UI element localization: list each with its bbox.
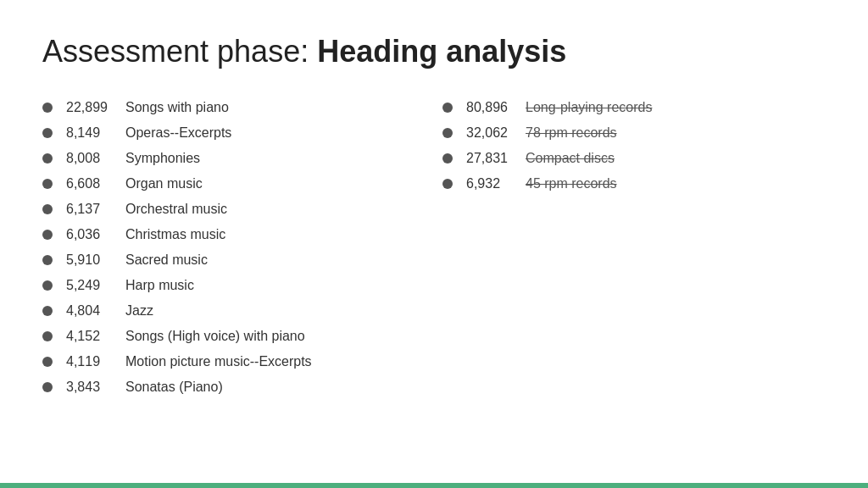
item-number: 6,036 bbox=[66, 227, 125, 242]
list-item: 80,896Long-playing records bbox=[442, 95, 826, 120]
bullet-icon bbox=[442, 128, 453, 138]
list-item: 5,249Harp music bbox=[42, 273, 426, 298]
bullet-icon bbox=[42, 153, 53, 164]
list-item: 8,008Symphonies bbox=[42, 146, 426, 171]
item-number: 6,932 bbox=[466, 176, 526, 191]
bullet-icon bbox=[442, 179, 453, 189]
item-number: 32,062 bbox=[466, 125, 526, 141]
item-number: 5,910 bbox=[66, 252, 125, 268]
list-item: 32,06278 rpm records bbox=[442, 120, 826, 146]
bullet-icon bbox=[42, 280, 53, 291]
bullet-icon bbox=[442, 153, 453, 164]
list-item: 6,036Christmas music bbox=[42, 222, 426, 247]
item-label: 45 rpm records bbox=[526, 176, 617, 191]
bullet-icon bbox=[442, 103, 453, 113]
item-label: Jazz bbox=[125, 303, 153, 319]
item-number: 4,119 bbox=[66, 354, 125, 369]
item-number: 3,843 bbox=[66, 380, 125, 395]
title-prefix: Assessment phase: bbox=[42, 34, 317, 69]
bullet-icon bbox=[42, 331, 53, 341]
item-number: 80,896 bbox=[466, 100, 526, 115]
list-item: 8,149Operas--Excerpts bbox=[42, 120, 426, 146]
left-column: 22,899Songs with piano8,149Operas--Excer… bbox=[42, 95, 426, 471]
item-label: Harp music bbox=[125, 278, 194, 293]
page-container: Assessment phase: Heading analysis 22,89… bbox=[0, 0, 868, 488]
content-area: 22,899Songs with piano8,149Operas--Excer… bbox=[42, 95, 826, 471]
list-item: 6,137Orchestral music bbox=[42, 197, 426, 222]
list-item: 4,119Motion picture music--Excerpts bbox=[42, 349, 426, 374]
item-number: 6,608 bbox=[66, 176, 125, 191]
bullet-icon bbox=[42, 128, 53, 138]
item-label: Motion picture music--Excerpts bbox=[125, 354, 312, 369]
item-number: 8,008 bbox=[66, 151, 125, 166]
item-number: 4,152 bbox=[66, 329, 125, 344]
bullet-icon bbox=[42, 204, 53, 214]
item-label: Christmas music bbox=[125, 227, 225, 242]
item-label: Orchestral music bbox=[125, 202, 227, 217]
bullet-icon bbox=[42, 255, 53, 265]
right-column: 80,896Long-playing records32,06278 rpm r… bbox=[426, 95, 826, 471]
list-item: 4,804Jazz bbox=[42, 298, 426, 324]
bullet-icon bbox=[42, 306, 53, 316]
list-item: 22,899Songs with piano bbox=[42, 95, 426, 120]
page-title: Assessment phase: Heading analysis bbox=[42, 34, 826, 69]
list-item: 4,152Songs (High voice) with piano bbox=[42, 324, 426, 349]
item-number: 6,137 bbox=[66, 202, 125, 217]
bullet-icon bbox=[42, 179, 53, 189]
bullet-icon bbox=[42, 357, 53, 367]
list-item: 6,93245 rpm records bbox=[442, 171, 826, 197]
item-number: 27,831 bbox=[466, 151, 526, 166]
title-suffix: Heading analysis bbox=[317, 34, 566, 69]
item-label: Sacred music bbox=[125, 252, 208, 268]
item-label: Songs (High voice) with piano bbox=[125, 329, 305, 344]
item-label: Sonatas (Piano) bbox=[125, 380, 223, 395]
item-label: Operas--Excerpts bbox=[125, 125, 231, 141]
list-item: 3,843Sonatas (Piano) bbox=[42, 374, 426, 400]
item-number: 5,249 bbox=[66, 278, 125, 293]
item-label: Organ music bbox=[125, 176, 203, 191]
item-number: 8,149 bbox=[66, 125, 125, 141]
item-label: Compact discs bbox=[526, 151, 615, 166]
bullet-icon bbox=[42, 382, 53, 392]
bottom-bar bbox=[0, 483, 868, 488]
bullet-icon bbox=[42, 103, 53, 113]
item-number: 4,804 bbox=[66, 303, 125, 319]
list-item: 5,910Sacred music bbox=[42, 247, 426, 273]
bullet-icon bbox=[42, 230, 53, 240]
item-label: Symphonies bbox=[125, 151, 200, 166]
item-label: Long-playing records bbox=[526, 100, 652, 115]
item-label: 78 rpm records bbox=[526, 125, 617, 141]
item-label: Songs with piano bbox=[125, 100, 229, 115]
list-item: 6,608Organ music bbox=[42, 171, 426, 197]
item-number: 22,899 bbox=[66, 100, 125, 115]
list-item: 27,831Compact discs bbox=[442, 146, 826, 171]
